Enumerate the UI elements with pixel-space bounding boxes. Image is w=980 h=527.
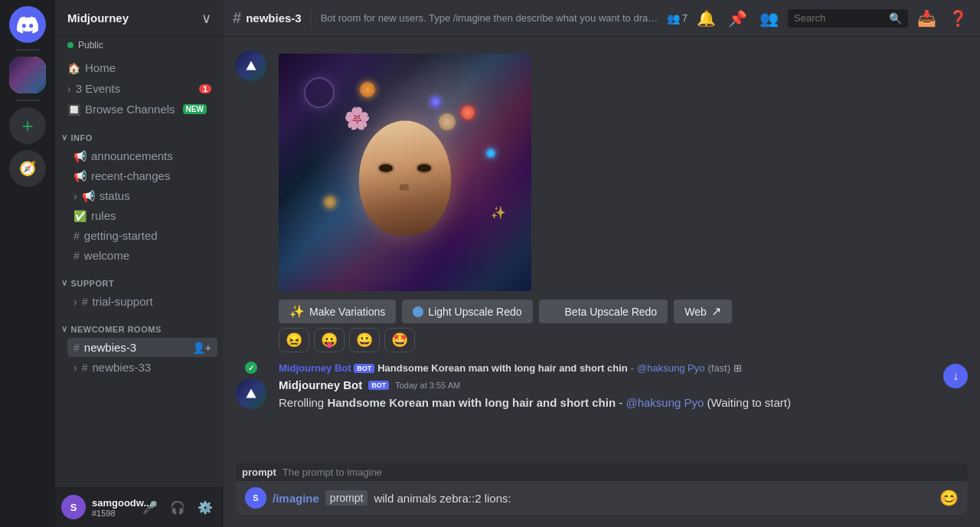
reroll-author-name: Midjourney Bot [279, 378, 362, 391]
status-icon: 📢 [82, 190, 95, 202]
user-info: samgoodw... #1598 [92, 497, 132, 518]
add-member-icon: 👤+ [192, 342, 211, 354]
sidebar-item-browse[interactable]: 🔲 Browse Channels NEW [61, 100, 217, 119]
section-label-newcomer: NEWCOMER ROOMS [71, 325, 162, 334]
reaction-4[interactable]: 🤩 [384, 328, 415, 352]
section-header-newcomer[interactable]: ∨ NEWCOMER ROOMS [55, 312, 224, 337]
scroll-to-bottom-button[interactable]: ↓ [943, 364, 968, 388]
beta-upscale-redo-button[interactable]: Beta Upscale Redo [539, 300, 668, 323]
reaction-2[interactable]: 😛 [314, 328, 345, 352]
reroll-mention: @haksung Pyo [637, 362, 704, 374]
home-label: Home [85, 61, 116, 74]
section-header-info[interactable]: ∨ INFO [55, 120, 224, 146]
light-upscale-redo-button[interactable]: Light Upscale Redo [402, 300, 532, 323]
sidebar-item-welcome[interactable]: # welcome [67, 246, 217, 265]
sidebar-item-getting-started[interactable]: # getting-started [67, 226, 217, 245]
support-collapse-icon: ∨ [61, 278, 68, 288]
channel-list: Midjourney ∨ Public 🏠 Home › 3 Events 1 … [55, 0, 224, 527]
verified-check-icon: ✓ [245, 362, 257, 374]
reroll-prompt-text: Handsome Korean man with long hair and s… [377, 362, 627, 374]
sidebar-item-events[interactable]: › 3 Events 1 [61, 79, 217, 98]
sidebar-item-status[interactable]: › 📢 status [67, 186, 217, 205]
inbox-icon[interactable]: 📥 [914, 6, 939, 31]
reroll-time: Today at 3:55 AM [395, 381, 460, 390]
newbies-33-icon: # [82, 362, 88, 374]
beta-upscale-label: Beta Upscale Redo [565, 306, 658, 318]
sidebar-item-trial-support[interactable]: › # trial-support [67, 292, 217, 311]
reroll-waiting: (Waiting to start) [707, 396, 791, 409]
make-variations-button[interactable]: ✨ Make Variations [279, 300, 396, 323]
section-header-support[interactable]: ∨ SUPPORT [55, 266, 224, 291]
reroll-content: Midjourney Bot BOT Today at 3:55 AM Rero… [279, 378, 968, 411]
nose [400, 184, 409, 190]
main-area: # newbies-3 Bot room for new users. Type… [224, 0, 980, 527]
sidebar-item-newbies-33[interactable]: › # newbies-33 [67, 358, 217, 377]
chat-input[interactable] [374, 492, 933, 505]
slash-command: /imagine [273, 492, 319, 505]
members-icon[interactable]: 👥 [756, 6, 782, 31]
announcements-label: announcements [91, 149, 173, 162]
reroll-avatar-area: ✓ [236, 362, 266, 374]
server-name: Midjourney [67, 11, 129, 25]
pin-icon[interactable]: 📌 [725, 6, 750, 31]
sidebar-item-rules[interactable]: ✅ rules [67, 206, 217, 225]
server-header[interactable]: Midjourney ∨ [55, 0, 224, 37]
reroll-bot-badge: BOT [368, 381, 389, 390]
user-avatar: S [61, 495, 86, 519]
topbar-description: Bot room for new users. Type /imagine th… [321, 12, 661, 24]
mic-button[interactable]: 🎤 [138, 495, 162, 519]
topbar-channel-name: newbies-3 [246, 11, 302, 25]
prompt-description: The prompt to imagine [283, 466, 382, 478]
reaction-1[interactable]: 😖 [279, 328, 309, 352]
reactions: 😖 😛 😀 🤩 [279, 328, 968, 352]
inline-bot-badge: BOT [354, 364, 374, 373]
user-controls: 🎤 🎧 ⚙️ [138, 495, 217, 519]
add-server-button[interactable]: + [9, 107, 46, 144]
browse-new-badge: NEW [183, 104, 207, 114]
flower-decoration: 🌸 [344, 106, 371, 131]
eye-right [417, 165, 431, 172]
web-button[interactable]: Web ↗ [674, 300, 732, 323]
image-container: 🌸 ✨ [279, 54, 531, 291]
welcome-icon: # [74, 250, 80, 262]
search-bar[interactable]: 🔍 [788, 9, 908, 28]
search-input[interactable] [794, 12, 886, 24]
orb-4 [486, 149, 495, 158]
midjourney-avatar [236, 51, 266, 81]
reaction-3[interactable]: 😀 [349, 328, 380, 352]
sidebar-item-recent-changes[interactable]: 📢 recent-changes [67, 166, 217, 185]
status-expand-icon: › [74, 190, 77, 202]
username: samgoodw... [92, 497, 132, 509]
recent-changes-label: recent-changes [91, 169, 170, 182]
chat-area: 🌸 ✨ ✨ Make Variations Light [224, 37, 980, 457]
explore-servers-button[interactable]: 🧭 [9, 150, 46, 187]
sidebar-item-newbies-3[interactable]: # newbies-3 👤+ [67, 338, 217, 357]
emoji-picker-button[interactable]: 😊 [939, 489, 959, 507]
search-icon: 🔍 [889, 12, 902, 25]
settings-button[interactable]: ⚙️ [193, 495, 217, 519]
sidebar-item-announcements[interactable]: 📢 announcements [67, 146, 217, 165]
eye-left [379, 165, 393, 172]
command-bar: prompt The prompt to imagine S /imagine … [224, 457, 980, 527]
help-icon[interactable]: ❓ [946, 6, 971, 31]
headphone-button[interactable]: 🎧 [165, 495, 190, 519]
input-area: S /imagine prompt 😊 [236, 481, 968, 515]
server-list: + 🧭 [0, 0, 55, 527]
sidebar-item-home[interactable]: 🏠 Home [61, 58, 217, 77]
newbies-33-label: newbies-33 [92, 361, 151, 374]
newbies-33-expand-icon: › [74, 362, 77, 374]
ref-icon[interactable]: ⊞ [733, 362, 742, 374]
reroll-message: Midjourney Bot BOT Today at 3:55 AM Rero… [236, 377, 968, 412]
reroll-bold-prompt: Handsome Korean man with long hair and s… [327, 396, 616, 409]
member-count: 👥 7 [667, 12, 688, 25]
reroll-status: (fast) [707, 362, 730, 374]
channel-section: 🏠 Home › 3 Events 1 🔲 Browse Channels NE… [55, 57, 224, 487]
midjourney-server-icon[interactable] [9, 57, 46, 93]
trial-support-label: trial-support [92, 295, 152, 308]
reroll-author-header: Midjourney Bot BOT Today at 3:55 AM [279, 378, 968, 391]
discord-home-button[interactable] [9, 6, 46, 43]
newbies-3-icon: # [74, 342, 80, 354]
midjourney-bot-inline: Midjourney Bot BOT [279, 362, 374, 374]
bell-icon[interactable]: 🔔 [694, 6, 719, 31]
server-divider-2 [15, 100, 40, 101]
